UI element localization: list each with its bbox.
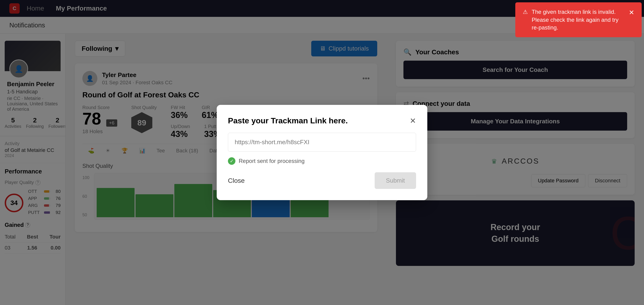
modal-footer: Close Submit [228,172,416,189]
trackman-link-input[interactable] [228,133,416,152]
error-toast-close[interactable]: ✕ [629,8,634,17]
success-text: Report sent for processing [239,158,304,164]
modal-success-message: ✓ Report sent for processing [228,157,416,165]
modal-close-button[interactable]: Close [228,177,245,184]
modal-overlay[interactable]: Paste your Trackman Link here. ✕ ✓ Repor… [0,0,644,305]
error-toast-message: The given trackman link is invalid. Plea… [532,8,620,32]
modal-close-icon[interactable]: ✕ [410,116,416,125]
warning-icon: ⚠ [523,8,528,16]
modal-title: Paste your Trackman Link here. [228,116,348,125]
error-toast: ⚠ The given trackman link is invalid. Pl… [515,2,642,37]
trackman-link-modal: Paste your Trackman Link here. ✕ ✓ Repor… [217,105,427,200]
modal-header: Paste your Trackman Link here. ✕ [228,116,416,125]
success-check-icon: ✓ [228,157,236,165]
modal-submit-button[interactable]: Submit [375,172,416,189]
